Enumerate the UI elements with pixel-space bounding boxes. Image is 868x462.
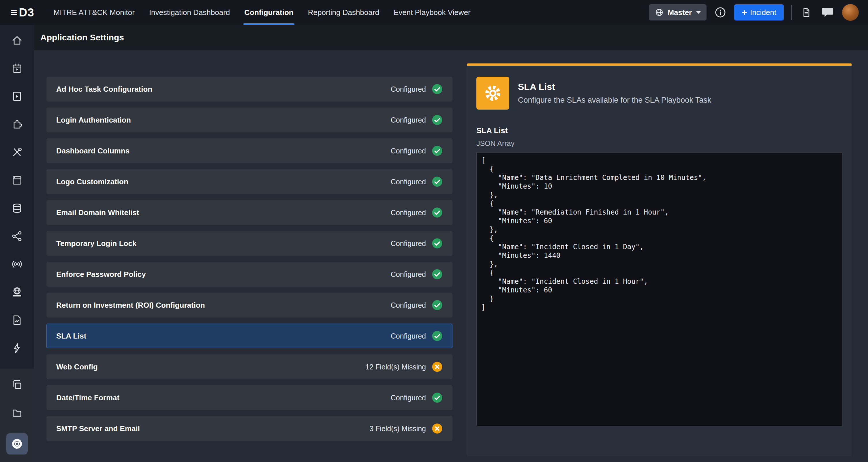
setting-label: SMTP Server and Email — [56, 424, 140, 433]
setting-label: Logo Customization — [56, 177, 128, 186]
setting-label: Date/Time Format — [56, 393, 119, 402]
settings-row-date-time-format[interactable]: Date/Time FormatConfigured — [46, 385, 453, 410]
application-settings-page: ≡ D3 MITRE ATT&CK MonitorInvestigation D… — [0, 0, 868, 462]
check-circle-icon — [432, 115, 443, 125]
setting-status: Configured — [391, 394, 426, 402]
logo-text: D3 — [19, 6, 34, 19]
settings-row-return-on-investment-roi-configuration[interactable]: Return on Investment (ROI) Configuration… — [46, 293, 453, 317]
setting-label: SLA List — [56, 332, 86, 341]
nav-item-reporting-dashboard[interactable]: Reporting Dashboard — [301, 0, 386, 25]
chat-icon[interactable] — [821, 5, 835, 19]
sidebar-item-report-document[interactable] — [7, 313, 27, 328]
sidebar-item-files-folder[interactable] — [7, 405, 27, 420]
settings-row-enforce-password-policy[interactable]: Enforce Password PolicyConfigured — [46, 262, 453, 287]
topbar: ≡ D3 MITRE ATT&CK MonitorInvestigation D… — [0, 0, 868, 25]
sidebar-item-data-database[interactable] — [7, 201, 27, 216]
setting-status: 12 Field(s) Missing — [365, 363, 426, 371]
sidebar-item-utilities-tools[interactable] — [7, 145, 27, 160]
field-label: SLA List — [476, 126, 842, 135]
plus-icon: + — [742, 8, 747, 17]
page-title: Application Settings — [34, 33, 124, 42]
nav-item-mitre-att-ck-monitor[interactable]: MITRE ATT&CK Monitor — [46, 0, 142, 25]
sidebar-item-settings-gear[interactable] — [6, 433, 28, 455]
settings-row-logo-customization[interactable]: Logo CustomizationConfigured — [46, 169, 453, 194]
setting-status: Configured — [391, 239, 426, 248]
environment-selector[interactable]: Master — [649, 4, 707, 21]
check-circle-icon — [432, 84, 443, 95]
nav-item-event-playbook-viewer[interactable]: Event Playbook Viewer — [386, 0, 478, 25]
setting-status: Configured — [391, 301, 426, 309]
titlebar: Application Settings — [34, 25, 868, 50]
setting-label: Dashboard Columns — [56, 147, 129, 155]
setting-label: Return on Investment (ROI) Configuration — [56, 301, 205, 310]
settings-row-dashboard-columns[interactable]: Dashboard ColumnsConfigured — [46, 138, 453, 163]
detail-description: Configure the SLAs available for the SLA… — [518, 96, 711, 105]
setting-status: Configured — [391, 270, 426, 279]
sidebar-item-duplicate-copy[interactable] — [7, 377, 27, 392]
setting-label: Web Config — [56, 363, 98, 371]
error-circle-icon — [432, 423, 443, 434]
sidebar-bottom-group — [0, 369, 34, 462]
sla-json-editor[interactable]: [ { "Name": "Data Enrichment Completed i… — [476, 152, 842, 426]
nav-item-investigation-dashboard[interactable]: Investigation Dashboard — [142, 0, 237, 25]
chevron-down-icon — [696, 11, 701, 14]
sidebar-item-connections-share[interactable] — [7, 229, 27, 244]
incident-button-label: Incident — [750, 8, 776, 17]
check-circle-icon — [432, 269, 443, 280]
top-nav: MITRE ATT&CK MonitorInvestigation Dashbo… — [46, 0, 478, 25]
environment-label: Master — [668, 8, 692, 17]
check-circle-icon — [432, 300, 443, 311]
detail-header: SLA List Configure the SLAs available fo… — [476, 77, 842, 110]
check-circle-icon — [432, 207, 443, 218]
sidebar-item-integrations-puzzle[interactable] — [7, 117, 27, 132]
detail-titles: SLA List Configure the SLAs available fo… — [518, 82, 711, 105]
settings-row-ad-hoc-task-configuration[interactable]: Ad Hoc Task ConfigurationConfigured — [46, 77, 453, 101]
settings-row-web-config[interactable]: Web Config12 Field(s) Missing — [46, 355, 453, 379]
sidebar-item-automation-lightning[interactable] — [7, 341, 27, 356]
setting-label: Enforce Password Policy — [56, 270, 146, 279]
logo-icon: ≡ — [10, 6, 18, 19]
check-circle-icon — [432, 331, 443, 341]
setting-label: Email Domain Whitelist — [56, 208, 139, 217]
setting-status: Configured — [391, 332, 426, 340]
check-circle-icon — [432, 392, 443, 403]
app-logo[interactable]: ≡ D3 — [10, 6, 34, 19]
detail-panel: SLA List Configure the SLAs available fo… — [467, 63, 851, 456]
gear-icon — [476, 77, 509, 110]
setting-status: Configured — [391, 85, 426, 93]
globe-icon — [655, 8, 664, 17]
setting-status: Configured — [391, 209, 426, 217]
settings-row-sla-list[interactable]: SLA ListConfigured — [46, 324, 453, 348]
check-circle-icon — [432, 145, 443, 156]
error-circle-icon — [432, 361, 443, 372]
sidebar-item-event-calendar[interactable] — [7, 61, 27, 76]
main-content: Ad Hoc Task ConfigurationConfiguredLogin… — [34, 50, 868, 462]
document-icon[interactable] — [799, 5, 813, 19]
user-avatar[interactable] — [842, 4, 859, 21]
sidebar-item-web-globe[interactable] — [7, 285, 27, 300]
divider — [791, 5, 792, 20]
setting-status: Configured — [391, 116, 426, 124]
sidebar — [0, 25, 34, 462]
settings-row-email-domain-whitelist[interactable]: Email Domain WhitelistConfigured — [46, 200, 453, 225]
setting-status: Configured — [391, 147, 426, 155]
setting-label: Temporary Login Lock — [56, 239, 136, 248]
field-type-label: JSON Array — [476, 139, 842, 148]
settings-list: Ad Hoc Task ConfigurationConfiguredLogin… — [46, 77, 453, 441]
check-circle-icon — [432, 176, 443, 187]
settings-row-smtp-server-and-email[interactable]: SMTP Server and Email3 Field(s) Missing — [46, 416, 453, 441]
setting-status: 3 Field(s) Missing — [369, 425, 426, 433]
sidebar-item-broadcast-signal[interactable] — [7, 257, 27, 272]
sidebar-item-playbook-media[interactable] — [7, 89, 27, 104]
detail-title: SLA List — [518, 82, 711, 92]
new-incident-button[interactable]: + Incident — [734, 4, 784, 21]
info-icon[interactable] — [714, 6, 727, 19]
sidebar-item-home[interactable] — [7, 33, 27, 48]
settings-row-login-authentication[interactable]: Login AuthenticationConfigured — [46, 107, 453, 132]
nav-item-configuration[interactable]: Configuration — [237, 0, 301, 25]
check-circle-icon — [432, 238, 443, 249]
settings-row-temporary-login-lock[interactable]: Temporary Login LockConfigured — [46, 231, 453, 256]
setting-label: Ad Hoc Task Configuration — [56, 85, 152, 94]
setting-status: Configured — [391, 178, 426, 186]
sidebar-item-schedule-window[interactable] — [7, 173, 27, 188]
